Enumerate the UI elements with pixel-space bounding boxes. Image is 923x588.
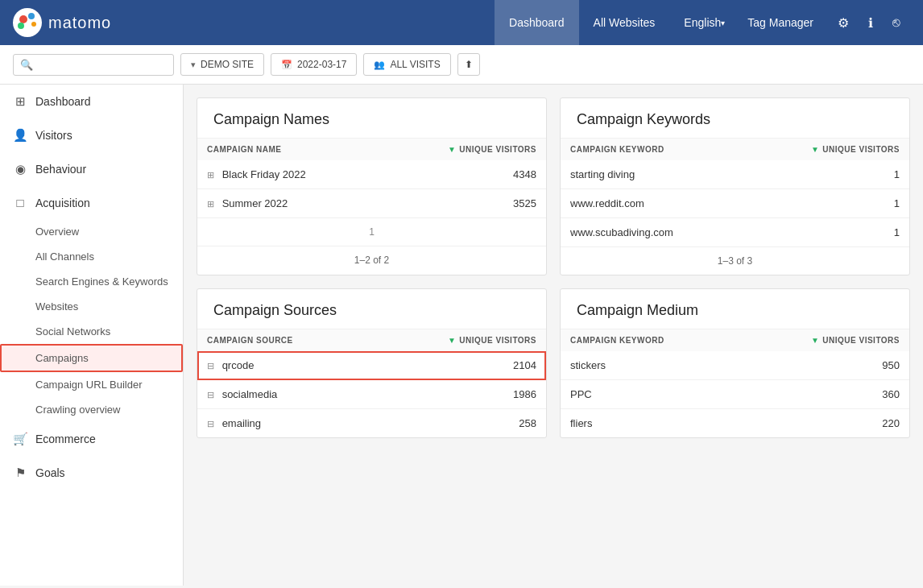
cell-medium: stickers [561,351,739,380]
sidebar-sub-crawling-overview[interactable]: Crawling overview [0,397,183,422]
expand-icon-src[interactable]: ⊟ [207,390,214,400]
settings-icon[interactable]: ⚙ [828,0,859,45]
sidebar-sub-all-channels[interactable]: All Channels [0,244,183,269]
widget-campaign-sources: Campaign Sources CAMPAIGN SOURCE ▼ UNIQU… [197,288,547,438]
sidebar-sub-campaign-url-builder[interactable]: Campaign URL Builder [0,372,183,397]
table-row[interactable]: www.scubadiving.com 1 [561,218,909,247]
sidebar-sub-label-social-networks: Social Networks [35,325,110,337]
date-label: 2022-03-17 [297,59,346,70]
sidebar-sub-social-networks[interactable]: Social Networks [0,319,183,344]
behaviour-icon: ◉ [13,162,27,176]
cell-visitors: 2104 [370,351,546,380]
col-unique-visitors-src: ▼ UNIQUE VISITORS [370,329,546,351]
table-row[interactable]: ⊞ Summer 2022 3525 [197,189,546,218]
cell-medium: PPC [561,380,739,409]
sidebar-item-goals[interactable]: ⚑ Goals [0,456,183,490]
sidebar-section: ⊞ Dashboard 👤 Visitors ◉ Behaviour □ Acq… [0,85,183,490]
cell-keyword: starting diving [561,160,746,189]
table-row-highlighted[interactable]: ⊟ qrcode 2104 [197,351,546,380]
expand-icon-src[interactable]: ⊟ [207,361,214,371]
campaign-names-table: CAMPAIGN NAME ▼ UNIQUE VISITORS [197,139,546,246]
site-selector[interactable]: ▾ DEMO SITE [180,53,264,76]
sort-icon-src: ▼ [448,336,456,345]
table-row[interactable]: ⊟ emailing 258 [197,409,546,438]
nav-english[interactable]: English [669,0,733,45]
col-keyword: CAMPAIGN KEYWORD [561,139,746,160]
col-campaign-name: CAMPAIGN NAME [197,139,379,160]
goals-icon: ⚑ [13,466,27,480]
sidebar-sub-label-crawling-overview: Crawling overview [35,404,120,416]
search-input[interactable] [38,59,167,71]
search-wrapper[interactable]: 🔍 [13,54,174,76]
visitors-icon: 👤 [13,128,27,143]
content-area: Campaign Names CAMPAIGN NAME ▼ UNIQUE VI… [184,85,923,586]
dashboard-icon: ⊞ [13,94,27,109]
sidebar-item-ecommerce[interactable]: 🛒 Ecommerce [0,422,183,456]
sidebar-item-label-behaviour: Behaviour [35,163,86,176]
cell-name: ⊞ Black Friday 2022 [197,160,379,189]
expand-icon[interactable]: ⊞ [207,170,214,180]
sort-icon-med: ▼ [811,336,819,345]
widget-campaign-keywords: Campaign Keywords CAMPAIGN KEYWORD ▼ UNI… [560,97,910,275]
logo[interactable]: matomo [13,8,111,37]
nav-tag-manager[interactable]: Tag Manager [733,0,828,45]
site-label: DEMO SITE [201,59,254,70]
sidebar-item-behaviour[interactable]: ◉ Behaviour [0,152,183,186]
sidebar-sub-label-search-engines: Search Engines & Keywords [35,275,168,288]
table-row[interactable]: starting diving 1 [561,160,909,189]
col-source: CAMPAIGN SOURCE [197,329,370,351]
table-row[interactable]: ⊞ Black Friday 2022 4348 [197,160,546,189]
nav-all-websites[interactable]: All Websites [579,0,670,45]
cell-visitors: 1 [746,218,909,247]
sidebar-item-label-ecommerce: Ecommerce [35,433,96,445]
table-row[interactable]: stickers 950 [561,351,909,380]
table-row[interactable]: fliers 220 [561,409,909,438]
cell-source: ⊟ emailing [197,409,370,438]
cell-visitors: 220 [739,409,909,438]
search-icon: 🔍 [20,59,33,71]
cell-keyword: www.reddit.com [561,189,746,218]
campaign-sources-table: CAMPAIGN SOURCE ▼ UNIQUE VISITORS [197,329,546,437]
cell-visitors: 1 [746,189,909,218]
cell-source: ⊟ qrcode [197,351,370,380]
nav-dashboard[interactable]: Dashboard [495,0,579,45]
sidebar-sub-overview[interactable]: Overview [0,219,183,244]
sidebar-sub-campaigns[interactable]: Campaigns [0,344,183,372]
sidebar-item-visitors[interactable]: 👤 Visitors [0,118,183,152]
nav-links: Dashboard All Websites English Tag Manag… [495,0,910,45]
table-row[interactable]: www.reddit.com 1 [561,189,909,218]
table-row[interactable]: ⊟ socialmedia 1986 [197,380,546,409]
sidebar-item-label-goals: Goals [35,466,65,479]
col-unique-visitors-kw: ▼ UNIQUE VISITORS [746,139,909,160]
widget-campaign-names: Campaign Names CAMPAIGN NAME ▼ UNIQUE VI… [197,97,547,275]
sidebar-item-acquisition[interactable]: □ Acquisition [0,186,183,219]
collapse-btn[interactable]: ⬆ [457,53,480,76]
svg-point-0 [13,8,42,37]
campaign-keywords-pagination: 1–3 of 3 [561,246,909,275]
calendar-icon: 📅 [281,60,292,70]
cell-visitors: 258 [370,409,546,438]
sidebar-sub-label-campaigns: Campaigns [35,352,89,364]
svg-point-3 [31,22,36,27]
widget-campaign-medium-title: Campaign Medium [561,289,909,329]
cell-visitors: 4348 [379,160,546,189]
cell-visitors: 950 [739,351,909,380]
sidebar-sub-label-campaign-url-builder: Campaign URL Builder [35,379,142,391]
ecommerce-icon: 🛒 [13,432,27,446]
sidebar-item-label-visitors: Visitors [35,129,72,142]
cell-visitors: 3525 [379,189,546,218]
widget-campaign-sources-title: Campaign Sources [197,289,546,329]
date-selector[interactable]: 📅 2022-03-17 [271,53,357,76]
col-unique-visitors: ▼ UNIQUE VISITORS [379,139,546,160]
table-row[interactable]: PPC 360 [561,380,909,409]
sidebar-sub-label-all-channels: All Channels [35,251,94,263]
sidebar-sub-websites[interactable]: Websites [0,294,183,319]
info-icon[interactable]: ℹ [859,0,883,45]
segment-selector[interactable]: 👥 ALL VISITS [363,53,450,76]
logout-icon[interactable]: ⎋ [883,0,910,45]
cell-keyword: www.scubadiving.com [561,218,746,247]
sidebar-item-dashboard[interactable]: ⊞ Dashboard [0,85,183,118]
expand-icon-src[interactable]: ⊟ [207,419,214,429]
expand-icon[interactable]: ⊞ [207,199,214,209]
sidebar-sub-search-engines[interactable]: Search Engines & Keywords [0,269,183,294]
